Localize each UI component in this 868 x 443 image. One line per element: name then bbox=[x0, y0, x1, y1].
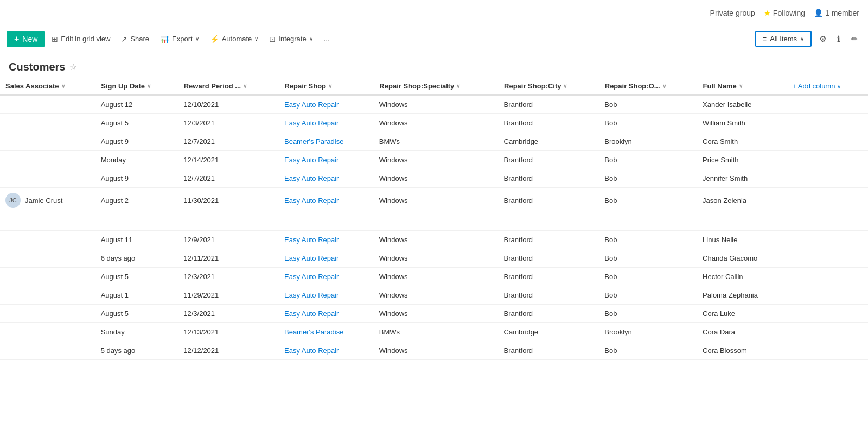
member-count: 1 member bbox=[825, 9, 859, 17]
cell-city: Brantford bbox=[499, 249, 599, 268]
cell-add-column bbox=[787, 323, 868, 341]
cell-sales-associate bbox=[0, 95, 95, 114]
share-button[interactable]: ↗ Share bbox=[117, 31, 154, 47]
cell-full-name: William Smith bbox=[697, 114, 787, 132]
col-repair-shop-specialty[interactable]: Repair Shop:Specialty ∨ bbox=[374, 78, 499, 95]
following-label: Following bbox=[773, 9, 805, 17]
col-full-name-chevron: ∨ bbox=[739, 83, 743, 89]
col-sales-associate[interactable]: Sales Associate ∨ bbox=[0, 78, 95, 95]
all-items-button[interactable]: ≡ All Items ∨ bbox=[755, 31, 812, 47]
toolbar: + New ⊞ Edit in grid view ↗ Share 📊 Expo… bbox=[0, 26, 868, 52]
cell-owner: Brooklyn bbox=[599, 132, 697, 151]
cell-repair-shop[interactable]: Easy Auto Repair bbox=[279, 286, 374, 305]
table-row[interactable]: August 12 12/10/2021 Easy Auto Repair Wi… bbox=[0, 95, 868, 114]
table-row[interactable]: Monday 12/14/2021 Easy Auto Repair Windo… bbox=[0, 151, 868, 169]
cell-specialty: Windows bbox=[374, 151, 499, 169]
col-add-column[interactable]: + Add column ∨ bbox=[787, 78, 868, 95]
table-row[interactable]: 6 days ago 12/11/2021 Easy Auto Repair W… bbox=[0, 249, 868, 268]
repair-shop-link[interactable]: Easy Auto Repair bbox=[284, 100, 339, 109]
favorite-star-icon[interactable]: ☆ bbox=[69, 62, 77, 72]
add-column-label[interactable]: + Add column ∨ bbox=[792, 82, 841, 90]
repair-shop-link[interactable]: Easy Auto Repair bbox=[284, 254, 339, 262]
integrate-icon: ⊡ bbox=[269, 35, 276, 43]
cell-full-name: Cora Blossom bbox=[697, 341, 787, 360]
repair-shop-link[interactable]: Easy Auto Repair bbox=[284, 156, 339, 164]
table-row[interactable]: Sunday 12/13/2021 Beamer's Paradise BMWs… bbox=[0, 323, 868, 341]
repair-shop-link[interactable]: Easy Auto Repair bbox=[284, 291, 339, 299]
repair-shop-link[interactable]: Beamer's Paradise bbox=[284, 328, 343, 336]
table-row[interactable]: August 5 12/3/2021 Easy Auto Repair Wind… bbox=[0, 305, 868, 323]
repair-shop-link[interactable]: Easy Auto Repair bbox=[284, 273, 339, 281]
table-header-row: Sales Associate ∨ Sign Up Date ∨ Reward … bbox=[0, 78, 868, 95]
integrate-button[interactable]: ⊡ Integrate ∨ bbox=[265, 31, 317, 47]
new-button[interactable]: + New bbox=[7, 31, 45, 47]
automate-chevron: ∨ bbox=[254, 36, 258, 42]
cell-repair-shop[interactable]: Easy Auto Repair bbox=[279, 151, 374, 169]
table-row[interactable]: August 1 11/29/2021 Easy Auto Repair Win… bbox=[0, 286, 868, 305]
col-reward-period[interactable]: Reward Period ... ∨ bbox=[178, 78, 279, 95]
filter-icon-button[interactable]: ⚙ bbox=[816, 31, 829, 47]
col-repair-shop-city-chevron: ∨ bbox=[563, 83, 567, 89]
cell-repair-shop[interactable]: Easy Auto Repair bbox=[279, 231, 374, 249]
cell-repair-shop[interactable]: Beamer's Paradise bbox=[279, 323, 374, 341]
col-repair-shop[interactable]: Repair Shop ∨ bbox=[279, 78, 374, 95]
cell-owner: Bob bbox=[599, 231, 697, 249]
edit-icon-button[interactable]: ✏ bbox=[848, 31, 861, 47]
cell-repair-shop[interactable]: Easy Auto Repair bbox=[279, 169, 374, 188]
cell-add-column bbox=[787, 268, 868, 286]
info-icon-button[interactable]: ℹ bbox=[834, 31, 844, 47]
cell-specialty: Windows bbox=[374, 305, 499, 323]
cell-owner: Bob bbox=[599, 114, 697, 132]
cell-sign-up-date: August 5 bbox=[95, 305, 178, 323]
cell-repair-shop[interactable]: Easy Auto Repair bbox=[279, 95, 374, 114]
following-button[interactable]: ★ Following bbox=[764, 9, 805, 17]
cell-repair-shop[interactable]: Easy Auto Repair bbox=[279, 268, 374, 286]
table-row[interactable]: 5 days ago 12/12/2021 Easy Auto Repair W… bbox=[0, 341, 868, 360]
cell-full-name: Linus Nelle bbox=[697, 231, 787, 249]
table-row[interactable]: August 5 12/3/2021 Easy Auto Repair Wind… bbox=[0, 268, 868, 286]
cell-sales-associate: JC Jamie Crust bbox=[0, 188, 95, 213]
col-sign-up-date[interactable]: Sign Up Date ∨ bbox=[95, 78, 178, 95]
cell-repair-shop[interactable]: Easy Auto Repair bbox=[279, 114, 374, 132]
col-repair-shop-city[interactable]: Repair Shop:City ∨ bbox=[499, 78, 599, 95]
cell-repair-shop[interactable]: Easy Auto Repair bbox=[279, 249, 374, 268]
table-row[interactable]: JC Jamie Crust August 2 11/30/2021 Easy … bbox=[0, 188, 868, 213]
repair-shop-link[interactable]: Beamer's Paradise bbox=[284, 137, 343, 145]
edit-grid-button[interactable]: ⊞ Edit in grid view bbox=[47, 31, 114, 47]
edit-icon: ✏ bbox=[851, 34, 858, 43]
cell-repair-shop[interactable]: Easy Auto Repair bbox=[279, 341, 374, 360]
col-full-name[interactable]: Full Name ∨ bbox=[697, 78, 787, 95]
repair-shop-link[interactable]: Easy Auto Repair bbox=[284, 346, 339, 355]
cell-sales-associate bbox=[0, 169, 95, 188]
repair-shop-link[interactable]: Easy Auto Repair bbox=[284, 119, 339, 127]
repair-shop-link[interactable]: Easy Auto Repair bbox=[284, 236, 339, 244]
repair-shop-link[interactable]: Easy Auto Repair bbox=[284, 309, 339, 318]
repair-shop-link[interactable]: Easy Auto Repair bbox=[284, 174, 339, 182]
integrate-label: Integrate bbox=[278, 35, 306, 43]
cell-owner: Bob bbox=[599, 305, 697, 323]
avatar: JC bbox=[5, 193, 21, 208]
col-repair-shop-specialty-label: Repair Shop:Specialty bbox=[379, 82, 454, 90]
cell-full-name: Hector Cailin bbox=[697, 268, 787, 286]
table-row[interactable]: August 9 12/7/2021 Beamer's Paradise BMW… bbox=[0, 132, 868, 151]
cell-specialty: Windows bbox=[374, 268, 499, 286]
automate-button[interactable]: ⚡ Automate ∨ bbox=[206, 31, 263, 47]
cell-repair-shop[interactable]: Easy Auto Repair bbox=[279, 188, 374, 213]
filter-icon: ⚙ bbox=[819, 34, 826, 43]
cell-full-name: Paloma Zephania bbox=[697, 286, 787, 305]
cell-repair-shop[interactable]: Easy Auto Repair bbox=[279, 305, 374, 323]
table-row[interactable]: August 5 12/3/2021 Easy Auto Repair Wind… bbox=[0, 114, 868, 132]
cell-city: Cambridge bbox=[499, 132, 599, 151]
col-repair-shop-o[interactable]: Repair Shop:O... ∨ bbox=[599, 78, 697, 95]
table-row[interactable]: August 11 12/9/2021 Easy Auto Repair Win… bbox=[0, 231, 868, 249]
repair-shop-link[interactable]: Easy Auto Repair bbox=[284, 197, 339, 205]
cell-repair-shop[interactable]: Beamer's Paradise bbox=[279, 132, 374, 151]
cell-owner: Brooklyn bbox=[599, 323, 697, 341]
cell-owner: Bob bbox=[599, 286, 697, 305]
more-button[interactable]: ... bbox=[320, 31, 334, 46]
cell-owner: Bob bbox=[599, 249, 697, 268]
list-icon: ≡ bbox=[763, 35, 767, 43]
table-row[interactable]: August 9 12/7/2021 Easy Auto Repair Wind… bbox=[0, 169, 868, 188]
export-button[interactable]: 📊 Export ∨ bbox=[156, 31, 203, 47]
cell-sign-up-date: August 5 bbox=[95, 268, 178, 286]
